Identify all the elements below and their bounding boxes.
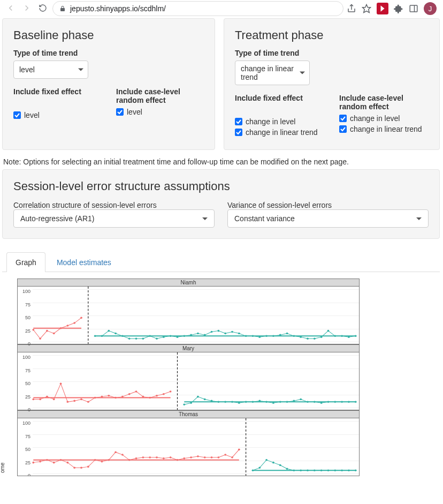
svg-point-146 <box>307 469 309 471</box>
pdf-extension-icon[interactable] <box>377 3 388 14</box>
treatment-random-label: Include case-level random effect <box>339 94 429 111</box>
share-icon[interactable] <box>347 4 356 13</box>
svg-point-87 <box>245 401 247 403</box>
facet-title: Mary <box>17 344 360 352</box>
star-icon[interactable] <box>362 4 371 13</box>
svg-point-17 <box>108 330 110 332</box>
checkbox-checked-icon[interactable] <box>339 125 347 133</box>
svg-point-21 <box>135 337 138 340</box>
svg-point-26 <box>170 335 172 337</box>
treatment-trend-select[interactable]: change in linear trend <box>235 61 310 85</box>
svg-point-72 <box>142 396 144 398</box>
svg-point-136 <box>238 449 240 451</box>
checkbox-checked-icon[interactable] <box>13 111 21 119</box>
y-axis-title: ome <box>0 463 5 473</box>
svg-point-108 <box>46 459 48 461</box>
svg-point-32 <box>211 331 213 333</box>
baseline-fixed-level-row[interactable]: level <box>13 111 101 119</box>
svg-point-122 <box>142 456 144 458</box>
svg-point-15 <box>94 335 96 337</box>
svg-point-96 <box>307 401 309 403</box>
svg-point-149 <box>327 469 330 471</box>
panel-icon[interactable] <box>409 4 418 13</box>
svg-point-62 <box>73 400 75 402</box>
svg-point-47 <box>314 337 316 340</box>
treatment-random-opt-1: change in linear trend <box>350 125 422 133</box>
baseline-trend-value: level <box>19 65 35 74</box>
profile-avatar[interactable]: J <box>424 2 437 15</box>
facet-plot: 0255075100 <box>17 287 360 344</box>
treatment-trend-value: change in linear trend <box>241 64 294 81</box>
svg-point-31 <box>204 334 206 336</box>
svg-point-56 <box>32 398 34 401</box>
svg-point-134 <box>224 454 226 456</box>
baseline-trend-select[interactable]: level <box>13 61 88 79</box>
checkbox-checked-icon[interactable] <box>235 129 242 136</box>
address-bar[interactable]: jepusto.shinyapps.io/scdhlm/ <box>52 1 343 16</box>
baseline-title: Baseline phase <box>13 28 204 42</box>
checkbox-checked-icon[interactable] <box>235 118 242 125</box>
facet-title: Niamh <box>17 279 360 287</box>
svg-point-120 <box>128 459 131 461</box>
corr-value: Auto-regressive (AR1) <box>20 214 95 223</box>
var-value: Constant variance <box>234 214 295 223</box>
svg-point-68 <box>114 397 117 399</box>
svg-point-85 <box>231 401 233 403</box>
svg-point-123 <box>149 456 151 458</box>
nav-reload-icon[interactable] <box>36 4 49 14</box>
svg-point-28 <box>183 335 185 337</box>
svg-point-139 <box>258 467 261 469</box>
var-select[interactable]: Constant variance <box>227 209 429 228</box>
svg-point-114 <box>87 466 89 468</box>
svg-point-23 <box>149 335 151 337</box>
svg-point-142 <box>279 464 281 467</box>
svg-point-148 <box>320 469 323 471</box>
treatment-random-row-0[interactable]: change in level <box>339 114 429 123</box>
svg-point-127 <box>177 459 179 461</box>
svg-point-49 <box>327 330 330 332</box>
svg-point-110 <box>60 459 62 461</box>
browser-extensions: J <box>347 2 439 15</box>
treatment-fixed-row-0[interactable]: change in level <box>235 117 324 126</box>
treatment-fixed-row-1[interactable]: change in linear trend <box>235 128 324 137</box>
nav-forward-icon[interactable] <box>20 3 33 14</box>
svg-point-52 <box>348 336 350 338</box>
treatment-title: Treatment phase <box>235 28 429 42</box>
extensions-icon[interactable] <box>394 4 403 13</box>
svg-point-19 <box>121 335 124 337</box>
svg-point-8 <box>46 330 48 332</box>
tab-model-estimates[interactable]: Model estimates <box>48 252 120 272</box>
svg-point-141 <box>272 462 274 464</box>
svg-point-84 <box>224 401 226 403</box>
baseline-random-opt-0: level <box>127 108 142 116</box>
svg-point-133 <box>217 456 219 458</box>
svg-point-130 <box>197 455 199 457</box>
svg-point-112 <box>73 467 75 469</box>
svg-point-106 <box>32 462 34 464</box>
svg-point-111 <box>66 462 68 464</box>
corr-select[interactable]: Auto-regressive (AR1) <box>13 209 215 228</box>
nav-back-icon[interactable] <box>4 3 17 14</box>
baseline-random-level-row[interactable]: level <box>116 108 204 116</box>
svg-point-51 <box>341 335 343 337</box>
svg-point-79 <box>190 402 192 404</box>
svg-point-128 <box>183 457 185 460</box>
checkbox-checked-icon[interactable] <box>116 108 124 116</box>
svg-point-42 <box>279 334 281 336</box>
svg-point-152 <box>348 469 350 471</box>
checkbox-checked-icon[interactable] <box>339 115 347 122</box>
baseline-random-label: Include case-level random effect <box>116 87 204 104</box>
tab-graph[interactable]: Graph <box>6 252 45 272</box>
svg-point-69 <box>121 396 124 398</box>
baseline-fixed-opt-0: level <box>24 111 40 119</box>
svg-point-18 <box>114 333 117 335</box>
svg-point-107 <box>39 461 41 463</box>
svg-point-115 <box>94 459 96 461</box>
svg-point-153 <box>355 469 357 471</box>
browser-toolbar: jepusto.shinyapps.io/scdhlm/ J <box>0 0 443 18</box>
treatment-random-row-1[interactable]: change in linear trend <box>339 125 429 133</box>
options-note: Note: Options for selecting an initial t… <box>3 157 440 166</box>
plot-svg <box>18 352 359 410</box>
svg-point-61 <box>66 401 68 403</box>
treatment-trend-label: Type of time trend <box>235 49 429 57</box>
